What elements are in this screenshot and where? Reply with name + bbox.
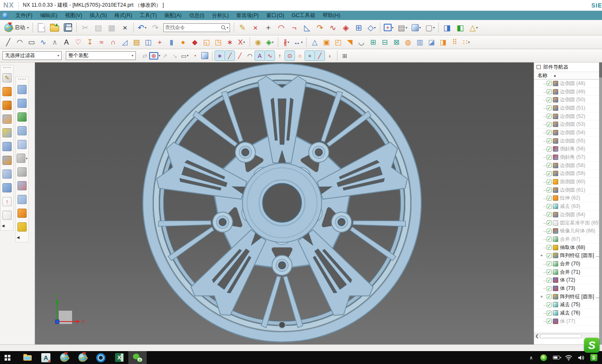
- subtract-icon[interactable]: ⊟: [379, 37, 390, 48]
- feature-checkbox[interactable]: ✓: [547, 286, 552, 291]
- swept-surface-icon[interactable]: [17, 139, 27, 150]
- chevron-down-icon[interactable]: ▾: [301, 40, 302, 44]
- bounded-plane-icon[interactable]: [2, 210, 12, 221]
- vscrollbar-thumb[interactable]: [599, 62, 602, 77]
- tree-item[interactable]: ✓固定基准平面 (65): [534, 219, 599, 227]
- chevron-down-icon[interactable]: ▾: [145, 26, 146, 30]
- arc-icon[interactable]: ◠: [14, 37, 25, 48]
- menu-item-6[interactable]: 装配(A): [160, 11, 185, 20]
- chevron-down-icon[interactable]: ▾: [187, 54, 189, 57]
- snap-intersection-icon[interactable]: +: [305, 51, 315, 60]
- nx-window-icon[interactable]: [55, 351, 73, 364]
- excel-icon[interactable]: X: [110, 351, 128, 364]
- n-sided-surface-icon[interactable]: [17, 125, 27, 136]
- promote-icon[interactable]: ↗: [160, 51, 170, 60]
- feature-checkbox[interactable]: ✓: [547, 245, 552, 250]
- datum-display-icon[interactable]: ▤: [131, 37, 142, 48]
- mirror-plane-icon[interactable]: ◫: [142, 37, 154, 48]
- feature-checkbox[interactable]: ✓: [547, 97, 552, 102]
- swept-surface-icon[interactable]: ◿: [119, 37, 130, 48]
- journal-icon[interactable]: ✎: [236, 21, 249, 34]
- toolbar-drag-handle[interactable]: [18, 79, 26, 80]
- tree-item[interactable]: ✓边倒圆 (55): [534, 137, 599, 145]
- snap-point-icon[interactable]: ∗: [215, 51, 225, 60]
- collapse-toolbar-icon[interactable]: ◀: [17, 235, 20, 239]
- chevron-down-icon[interactable]: ▾: [419, 26, 421, 30]
- snap-vertex-icon[interactable]: ↑: [275, 51, 285, 60]
- feature-checkbox[interactable]: ✓: [547, 155, 552, 160]
- tube-icon[interactable]: ▮: [166, 37, 177, 48]
- cavity-icon[interactable]: [2, 155, 12, 166]
- chevron-down-icon[interactable]: ▾: [374, 26, 376, 30]
- sphere-icon[interactable]: ◆: [189, 37, 200, 48]
- intersect-icon[interactable]: ⊠: [391, 37, 402, 48]
- mirror-feature-icon[interactable]: ▥: [414, 37, 425, 48]
- new-file-icon[interactable]: [35, 21, 47, 34]
- toolbar-drag-handle[interactable]: [3, 67, 11, 69]
- menu-item-9[interactable]: 首选项(P): [232, 11, 262, 20]
- feature-checkbox[interactable]: ✓: [547, 294, 552, 299]
- tree-item[interactable]: ✓边倒圆 (58): [534, 162, 599, 170]
- feature-checkbox[interactable]: ✓: [547, 196, 552, 201]
- extract-face-icon[interactable]: ↑: [2, 196, 12, 207]
- chevron-down-icon[interactable]: ▾: [405, 26, 407, 30]
- point-set-icon[interactable]: +: [154, 37, 165, 48]
- command-search[interactable]: ▾: [163, 23, 230, 32]
- chevron-down-icon[interactable]: ▾: [243, 40, 245, 44]
- mesh-surface-icon[interactable]: ∗: [224, 37, 235, 48]
- tube-icon[interactable]: [2, 182, 12, 193]
- tree-item[interactable]: ✓体 (72): [534, 277, 599, 285]
- feature-checkbox[interactable]: ✓: [547, 81, 552, 86]
- autocad-icon[interactable]: A: [37, 351, 55, 364]
- trim-sheet-icon[interactable]: [2, 127, 12, 138]
- face-analysis-icon[interactable]: ◉: [252, 37, 264, 48]
- feature-checkbox[interactable]: ✓: [547, 130, 552, 135]
- heart-curve-icon[interactable]: ♡: [72, 37, 84, 48]
- feature-checkbox[interactable]: ✓: [547, 220, 552, 225]
- snap-curve-icon[interactable]: ∿: [265, 51, 275, 60]
- selection-scope-dropdown[interactable]: 整个装配 ▾: [66, 51, 136, 60]
- copy-icon[interactable]: ▤: [92, 21, 105, 34]
- undo-icon[interactable]: ↶▾: [136, 21, 148, 34]
- project-curve-icon[interactable]: ↧: [84, 37, 95, 48]
- cylinder-icon[interactable]: ●: [177, 37, 189, 48]
- feature-checkbox[interactable]: ✓: [547, 269, 552, 274]
- ruled-surface-icon[interactable]: [17, 84, 27, 95]
- view-triad[interactable]: Y X: [55, 293, 85, 324]
- sogou-tray-icon[interactable]: S: [590, 353, 598, 362]
- tree-item[interactable]: +✓阵列特征 [圆形] ...: [534, 252, 599, 260]
- resource-bar-scrollbar[interactable]: [599, 62, 602, 344]
- studio-spline-icon[interactable]: ∿: [37, 37, 49, 48]
- feature-checkbox[interactable]: ✓: [547, 180, 552, 184]
- sweep-along-guide-icon[interactable]: [17, 167, 27, 177]
- snap-center-icon[interactable]: ⊙: [285, 51, 295, 60]
- snap-endpoint-icon[interactable]: ╱: [225, 51, 235, 60]
- redo-icon[interactable]: ↷: [149, 21, 162, 34]
- grid-snap-icon[interactable]: ⊞: [340, 51, 350, 60]
- tree-item[interactable]: ✓边倒圆 (50): [534, 96, 599, 104]
- tree-item[interactable]: ✓面倒圆 (60): [534, 178, 599, 186]
- styled-sweep-icon[interactable]: ▾: [17, 153, 27, 164]
- file-explorer-icon[interactable]: [18, 351, 37, 364]
- menu-item-1[interactable]: 编辑(E): [36, 11, 61, 20]
- tree-item[interactable]: +✓阵列特征 [圆形] ...: [534, 293, 599, 301]
- grid-surface-icon[interactable]: [17, 180, 27, 191]
- feature-checkbox[interactable]: ✓: [547, 163, 552, 168]
- menu-item-11[interactable]: GC工具箱: [288, 11, 319, 20]
- corner-curve-icon[interactable]: ¬: [288, 21, 300, 34]
- scroll-left-icon[interactable]: ❮: [534, 334, 540, 338]
- feature-checkbox[interactable]: ✓: [547, 138, 552, 143]
- menu-item-8[interactable]: 分析(L): [208, 11, 232, 20]
- expand-toggle[interactable]: +: [540, 253, 544, 258]
- wifi-icon[interactable]: [565, 353, 573, 362]
- sort-ascending-icon[interactable]: ▲: [553, 74, 557, 77]
- search-input[interactable]: [165, 25, 220, 30]
- surface-curve-icon[interactable]: ◈: [340, 21, 352, 34]
- deviation-gauge-icon[interactable]: ∦▾: [281, 37, 292, 48]
- sketch-icon[interactable]: ✎: [2, 72, 12, 83]
- menu-item-7[interactable]: 信息(I): [185, 11, 208, 20]
- feature-checkbox[interactable]: ✓: [547, 237, 552, 242]
- window-style-icon[interactable]: ▢▾: [424, 21, 436, 34]
- fillet-curve-icon[interactable]: ◠: [275, 21, 287, 34]
- scrollbar-thumb[interactable]: [540, 334, 582, 338]
